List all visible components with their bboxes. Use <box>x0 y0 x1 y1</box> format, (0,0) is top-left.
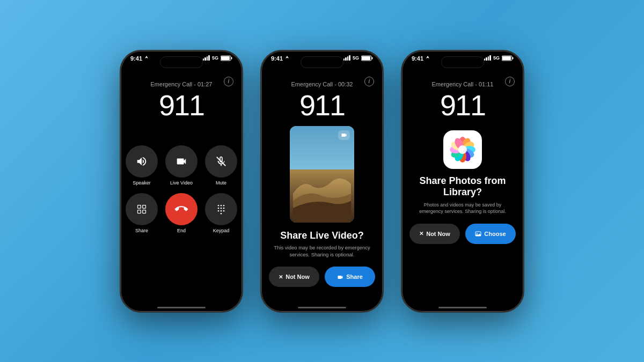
location-icon-2 <box>285 56 289 61</box>
photo-icon-choose <box>475 231 481 237</box>
battery-3 <box>502 55 514 61</box>
svg-point-14 <box>223 208 225 209</box>
svg-marker-0 <box>145 56 148 58</box>
not-now-button-video[interactable]: ✕ Not Now <box>269 267 319 287</box>
battery-2 <box>361 55 373 61</box>
svg-rect-26 <box>513 57 514 59</box>
live-video-label: Live Video <box>170 180 193 186</box>
svg-point-12 <box>218 208 219 209</box>
mute-label: Mute <box>216 180 226 186</box>
svg-rect-21 <box>362 56 370 60</box>
share-video-title: Share Live Video? <box>280 230 364 241</box>
svg-point-10 <box>221 205 222 206</box>
photos-action-buttons: ✕ Not Now Choose <box>402 224 523 244</box>
bar1-3 <box>484 58 486 61</box>
dynamic-island-3 <box>441 56 484 68</box>
home-indicator-2 <box>298 307 346 308</box>
svg-rect-25 <box>502 56 511 60</box>
share-button-video[interactable]: Share <box>325 267 375 287</box>
dynamic-island <box>160 56 203 68</box>
keypad-icon <box>216 204 226 215</box>
video-icon <box>175 156 187 167</box>
live-video-button[interactable]: Live Video <box>165 145 197 186</box>
phone-photos: 9:41 5G i Emergency Call - 01:11 911 <box>401 50 524 313</box>
photos-flower-svg <box>449 136 477 164</box>
signal-bars-2 <box>343 55 350 61</box>
not-now-label-video: Not Now <box>286 274 310 280</box>
svg-marker-23 <box>426 56 429 58</box>
status-icons-3: 5G <box>484 55 514 61</box>
svg-rect-3 <box>231 57 232 59</box>
share-action-label: Share <box>346 274 363 280</box>
not-now-label-photos: Not Now <box>426 231 450 237</box>
live-video-circle <box>165 145 197 178</box>
share-icon <box>136 204 147 215</box>
status-time-2: 9:41 <box>271 55 289 62</box>
bar4-3 <box>489 55 491 61</box>
phone-content-3: Emergency Call - 01:11 911 S <box>402 73 523 312</box>
phone-call: 9:41 5G i Emergency Call - 01:27 911 <box>120 50 243 313</box>
status-icons-2: 5G <box>343 55 373 61</box>
end-call-icon <box>172 200 191 218</box>
share-circle <box>126 193 158 225</box>
svg-point-9 <box>218 205 219 206</box>
network-2: 5G <box>353 55 359 61</box>
call-buttons: Speaker Live Video Mute Share <box>126 145 237 233</box>
status-time-1: 9:41 <box>130 55 149 62</box>
bar1-2 <box>343 58 345 61</box>
signal-bars-1 <box>203 55 210 61</box>
svg-marker-19 <box>286 56 289 58</box>
bar2-3 <box>486 57 487 61</box>
x-icon-video: ✕ <box>279 274 283 280</box>
choose-action-label: Choose <box>484 231 506 237</box>
time-2: 9:41 <box>271 55 283 62</box>
camera-icon <box>341 132 347 137</box>
video-camera-preview-icon <box>338 130 350 140</box>
hills-svg <box>290 165 354 223</box>
svg-point-41 <box>477 233 478 234</box>
home-indicator-3 <box>438 307 487 308</box>
svg-point-17 <box>223 210 225 212</box>
location-icon-3 <box>426 56 430 61</box>
signal-bars-3 <box>484 55 491 61</box>
video-preview <box>290 126 354 223</box>
svg-point-18 <box>221 213 222 215</box>
choose-button-photos[interactable]: Choose <box>465 224 516 244</box>
svg-point-16 <box>221 210 222 212</box>
emergency-label-2: Emergency Call - 00:32 <box>291 81 353 87</box>
phone-content-2: Emergency Call - 00:32 911 Share Live Vi <box>261 73 383 312</box>
speaker-circle <box>126 145 158 178</box>
svg-rect-6 <box>143 205 146 208</box>
svg-point-39 <box>458 145 467 154</box>
phone-content-1: Emergency Call - 01:27 911 Speaker Live … <box>121 73 242 312</box>
share-photos-subtitle: Photos and videos may be saved by emerge… <box>402 202 523 215</box>
end-circle <box>165 193 197 225</box>
network-3: 5G <box>493 55 500 61</box>
svg-point-11 <box>223 205 225 206</box>
time-3: 9:41 <box>412 55 423 62</box>
speaker-button[interactable]: Speaker <box>126 145 158 186</box>
not-now-button-photos[interactable]: ✕ Not Now <box>409 224 460 244</box>
share-label: Share <box>135 228 148 233</box>
keypad-label: Keypad <box>213 228 230 233</box>
share-video-subtitle: This video may be recorded by emergency … <box>261 244 383 258</box>
keypad-circle <box>205 193 237 225</box>
time-1: 9:41 <box>130 55 142 62</box>
mute-circle <box>205 145 237 178</box>
svg-rect-5 <box>138 205 141 208</box>
share-button[interactable]: Share <box>126 193 158 233</box>
mute-button[interactable]: Mute <box>205 145 237 186</box>
video-action-buttons: ✕ Not Now Share <box>261 267 383 287</box>
emergency-label-3: Emergency Call - 01:11 <box>432 81 494 87</box>
status-icons-1: 5G <box>203 55 232 61</box>
svg-rect-22 <box>372 57 373 59</box>
end-button[interactable]: End <box>165 193 197 233</box>
video-icon-share <box>337 274 343 279</box>
svg-rect-8 <box>143 210 146 213</box>
number-911-2: 911 <box>299 88 345 122</box>
keypad-button[interactable]: Keypad <box>205 193 237 233</box>
bar2-2 <box>345 57 347 61</box>
network-1: 5G <box>212 55 218 61</box>
bar4 <box>208 55 210 61</box>
bar1 <box>203 58 204 61</box>
